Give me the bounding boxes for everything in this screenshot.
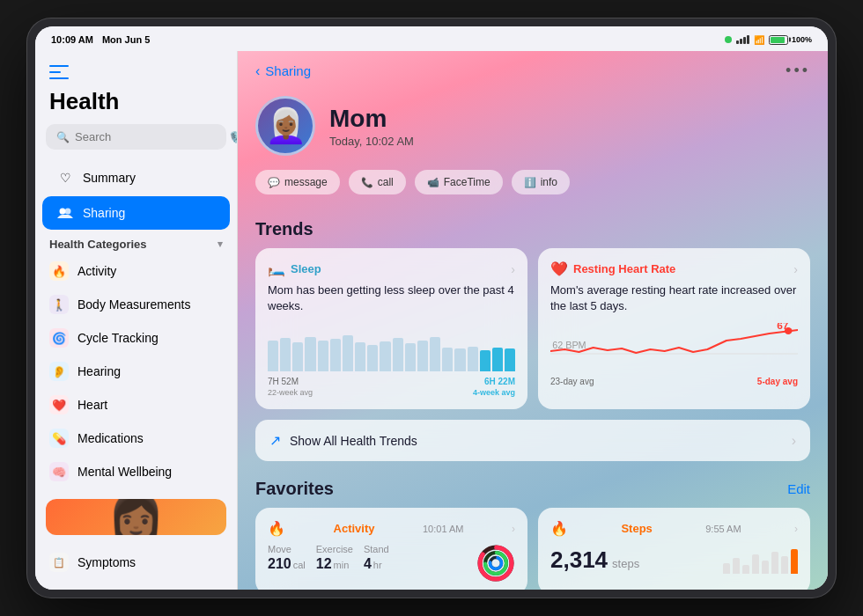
sleep-time-labels: 22-week avg 4-week avg [268, 388, 515, 397]
sidebar-item-activity[interactable]: 🔥 Activity [35, 254, 237, 288]
body-label: Body Measurements [77, 297, 190, 312]
stand-label: Stand [364, 544, 389, 554]
sleep-card-header: 🛏️ Sleep › [268, 260, 515, 277]
facetime-icon: 📹 [427, 177, 439, 188]
activity-fav-card[interactable]: 🔥 Activity 10:01 AM › Move 210 cal [255, 508, 527, 590]
heart-trend-icon: ❤️ [550, 260, 568, 277]
steps-mini-chart [723, 547, 798, 574]
profile-name: Mom [329, 105, 414, 133]
search-bar[interactable]: 🔍 🎙️ [46, 124, 226, 150]
sidebar-item-summary[interactable]: ♡ Summary [42, 161, 230, 194]
back-arrow-icon: ‹ [255, 63, 260, 79]
sleep-avg-label: 7H 52M [268, 377, 299, 386]
message-button[interactable]: 💬 message [255, 170, 340, 194]
steps-fav-card[interactable]: 🔥 Steps 9:55 AM › 2,314 steps [538, 508, 810, 590]
mental-icon: 🧠 [49, 462, 69, 481]
content-area: ‹ Sharing ••• 👩🏾‍🦳 Mom Today, 10:02 AM [238, 51, 828, 590]
favorites-title: Favorites [255, 479, 334, 499]
profile-section: 👩🏾‍🦳 Mom Today, 10:02 AM [238, 87, 828, 170]
status-bar: 10:09 AM Mon Jun 5 📶 100% [35, 26, 828, 51]
move-value: 210 [268, 556, 291, 572]
heart-right-label: 5-day avg [757, 377, 798, 386]
call-button[interactable]: 📞 call [349, 170, 406, 194]
move-metric: Move 210 cal [268, 544, 306, 572]
sidebar-toggle-button[interactable] [49, 65, 69, 79]
sleep-chevron-icon: › [511, 262, 515, 276]
hearing-icon: 👂 [49, 362, 69, 381]
main-area: Health 🔍 🎙️ ♡ Summary [35, 51, 828, 590]
show-all-trends-button[interactable]: ↗ Show All Health Trends › [255, 420, 810, 461]
hearing-label: Hearing [77, 364, 121, 378]
heart-card-header: ❤️ Resting Heart Rate › [550, 260, 798, 277]
activity-label: Activity [77, 264, 116, 278]
sharing-nav: ‹ Sharing ••• [238, 51, 828, 87]
message-icon: 💬 [268, 177, 280, 188]
edit-button[interactable]: Edit [787, 481, 810, 496]
sidebar-item-hearing[interactable]: 👂 Hearing [35, 355, 237, 388]
profile-avatar: 👩🏾‍🦳 [255, 96, 315, 156]
heart-annotations: 23-day avg 5-day avg [550, 377, 798, 386]
stand-metric: Stand 4 hr [364, 544, 389, 572]
steps-fav-chevron: › [794, 523, 798, 535]
steps-fav-title: Steps [621, 522, 652, 535]
mic-icon[interactable]: 🎙️ [228, 131, 238, 143]
sidebar-item-symptoms[interactable]: 📋 Symptoms [35, 546, 237, 579]
sharing-icon [56, 204, 74, 222]
sleep-chart [268, 323, 515, 371]
ipad-screen: 10:09 AM Mon Jun 5 📶 100% [35, 26, 828, 590]
search-input[interactable] [75, 130, 223, 143]
sidebar-header [35, 62, 237, 88]
facetime-button[interactable]: 📹 FaceTime [415, 170, 503, 194]
sleep-trend-label: Sleep [291, 262, 321, 275]
activity-metrics: Move 210 cal Exercise 12 min [268, 544, 515, 583]
stand-value: 4 [364, 556, 372, 572]
call-label: call [378, 176, 394, 188]
sleep-trend-card[interactable]: 🛏️ Sleep › Mom has been getting less sle… [255, 248, 527, 409]
favorites-header: Favorites Edit [238, 472, 828, 508]
sidebar-item-mental[interactable]: 🧠 Mental Wellbeing [35, 455, 237, 488]
cycle-label: Cycle Tracking [77, 331, 159, 345]
sidebar-item-cycle[interactable]: 🌀 Cycle Tracking [35, 321, 237, 355]
medications-label: Medications [77, 431, 144, 445]
ipad-frame: 10:09 AM Mon Jun 5 📶 100% [26, 18, 837, 598]
exercise-value: 12 [316, 556, 332, 572]
body-icon: 🚶 [49, 295, 69, 314]
status-time: 10:09 AM [51, 34, 93, 45]
heart-trend-label: Resting Heart Rate [573, 262, 675, 275]
chevron-icon: ▾ [218, 238, 223, 250]
sidebar-item-medications[interactable]: 💊 Medications [35, 422, 237, 455]
more-options-icon[interactable]: ••• [786, 62, 810, 80]
stand-unit: hr [373, 560, 382, 570]
sidebar: Health 🔍 🎙️ ♡ Summary [35, 51, 238, 590]
show-all-label: Show All Health Trends [290, 434, 783, 448]
health-categories-header: Health Categories ▾ [35, 231, 237, 254]
exercise-label: Exercise [316, 544, 353, 554]
sidebar-label-sharing: Sharing [83, 206, 125, 220]
call-icon: 📞 [361, 177, 373, 188]
info-label: info [541, 176, 557, 188]
heart-trend-card[interactable]: ❤️ Resting Heart Rate › Mom's average re… [538, 248, 810, 409]
sleep-right-label: 4-week avg [473, 388, 515, 397]
svg-text:62 BPM: 62 BPM [552, 341, 586, 351]
app-title: Health [35, 88, 237, 124]
medications-icon: 💊 [49, 429, 69, 448]
heart-left-label: 23-day avg [550, 377, 594, 386]
info-button[interactable]: ℹ️ info [512, 170, 570, 194]
back-label[interactable]: Sharing [265, 63, 311, 78]
sidebar-item-heart[interactable]: ❤️ Heart [35, 388, 237, 422]
sidebar-item-body[interactable]: 🚶 Body Measurements [35, 288, 237, 321]
cycle-icon: 🌀 [49, 328, 69, 348]
steps-value: 2,314 [550, 546, 608, 574]
trends-title: Trends [238, 209, 828, 248]
wifi-icon: 📶 [754, 35, 764, 45]
activity-ring [476, 544, 515, 583]
trends-icon: ↗ [269, 432, 281, 449]
action-buttons: 💬 message 📞 call 📹 FaceTime ℹ️ info [238, 170, 828, 209]
trends-grid: 🛏️ Sleep › Mom has been getting less sle… [238, 248, 828, 409]
sidebar-item-sharing[interactable]: Sharing [42, 196, 230, 230]
green-indicator [725, 36, 732, 43]
contact-photo: 👩🏾 [46, 499, 226, 535]
move-label: Move [268, 544, 306, 554]
status-date: Mon Jun 5 [102, 34, 150, 45]
facetime-label: FaceTime [444, 176, 491, 188]
